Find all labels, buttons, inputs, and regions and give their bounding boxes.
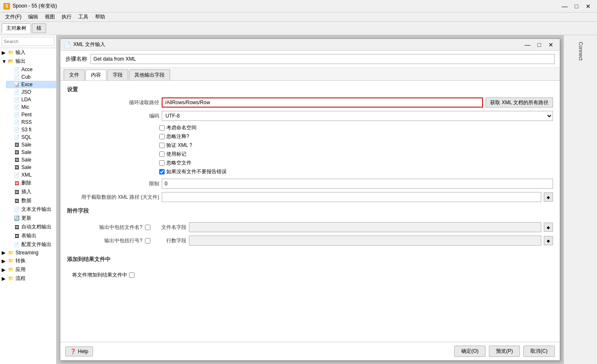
tab-file[interactable]: 文件 — [64, 69, 85, 80]
checkbox-use-token-row: 使用标记 — [159, 151, 553, 158]
checkbox-namespace[interactable] — [159, 125, 165, 131]
limit-input[interactable] — [162, 179, 553, 189]
tree-item-sql[interactable]: 📄 SQL — [6, 133, 56, 141]
tree-item-data[interactable]: 🖼 数据 — [6, 196, 56, 205]
folder-icon-streaming: 📁 — [8, 250, 14, 256]
tree-item-exce[interactable]: 📊 Exce — [6, 81, 56, 88]
sidebar: ▶ 📁 输入 ▼ 📂 输出 📄 Acce 📄 Cub 📊 Exce — [0, 35, 57, 364]
menu-help[interactable]: 帮助 — [92, 13, 109, 21]
tree-item-mic[interactable]: 📄 Mic — [6, 103, 56, 111]
tab-other-fields[interactable]: 其他输出字段 — [129, 69, 170, 80]
tab-fields[interactable]: 字段 — [107, 69, 128, 80]
tree-item-insert[interactable]: 🖼 插入 — [6, 187, 56, 196]
confirm-button[interactable]: 确定(O) — [454, 346, 486, 357]
maximize-button[interactable]: □ — [571, 2, 582, 11]
tree-item-streaming[interactable]: ▶ 📁 Streaming — [0, 249, 56, 256]
xml-path-input[interactable] — [162, 192, 541, 202]
tree-item-sale1[interactable]: 🖼 Sale — [6, 141, 56, 149]
tree-item-text-out[interactable]: 📄 文本文件输出 — [6, 205, 56, 214]
checkbox-include-rownumber[interactable] — [145, 238, 150, 244]
dialog-close-button[interactable]: ✕ — [545, 40, 556, 49]
menu-view[interactable]: 视图 — [41, 13, 58, 21]
search-input[interactable] — [2, 37, 54, 46]
tree-item-auto-doc[interactable]: 🖼 自动文档输出 — [6, 223, 56, 231]
tree-item-config-out[interactable]: 📄 配置文件输出 — [6, 240, 56, 249]
tree-item-jso[interactable]: 📄 JSO — [6, 88, 56, 96]
tree-item-apply[interactable]: ▶ 📁 应用 — [0, 265, 56, 274]
step-name-row: 步骤名称 — [60, 51, 560, 68]
tab-content[interactable]: 内容 — [85, 69, 106, 80]
get-path-button[interactable]: 获取 XML 文档的所有路径 — [486, 97, 553, 108]
tab-core[interactable]: 核 — [32, 23, 46, 33]
checkbox-validate[interactable] — [159, 143, 165, 148]
filename-field-input[interactable] — [189, 222, 541, 232]
checkbox-no-error[interactable] — [159, 169, 165, 174]
tree-item-acce[interactable]: 📄 Acce — [6, 66, 56, 73]
tree-item-flow[interactable]: ▶ 📁 流程 — [0, 274, 56, 283]
tree-item-rss[interactable]: 📄 RSS — [6, 118, 56, 126]
minimize-button[interactable]: — — [559, 2, 570, 11]
connect-button[interactable]: Connect — [577, 38, 584, 64]
step-name-input[interactable] — [90, 54, 555, 64]
checkbox-include-filename[interactable] — [145, 225, 150, 230]
tab-main-objects[interactable]: 主对象树 — [2, 23, 31, 33]
encoding-select[interactable]: UTF-8 UTF-16 ISO-8859-1 GBK — [162, 111, 553, 121]
dialog-title-bar: 📄 XML 文件输入 — □ ✕ — [60, 39, 560, 51]
tree-item-cub[interactable]: 📄 Cub — [6, 73, 56, 81]
cancel-button[interactable]: 取消(C) — [523, 346, 555, 357]
limit-row: 限制 — [67, 179, 553, 189]
tree-item-s3[interactable]: 📄 S3 fi — [6, 126, 56, 133]
tree-label-sql: SQL — [21, 134, 31, 140]
tree-label-flow: 流程 — [16, 275, 26, 282]
xml-path-diamond-button[interactable]: ◆ — [544, 192, 553, 202]
tree-item-output[interactable]: ▼ 📂 输出 — [0, 57, 56, 66]
add-to-result-label: 将文件增加到结果文件中 — [72, 272, 127, 279]
toolbar: 主对象树 核 — [0, 22, 597, 35]
tree-item-table-out[interactable]: 🖼 表输出 — [6, 231, 56, 240]
dialog-minimize-button[interactable]: — — [522, 40, 533, 49]
menu-edit[interactable]: 编辑 — [25, 13, 41, 21]
tree-item-input[interactable]: ▶ 📁 输入 — [0, 48, 56, 57]
checkbox-ignore-empty[interactable] — [159, 160, 165, 166]
file-icon-xml: 📄 — [13, 172, 20, 178]
checkbox-ignore-empty-label: 忽略空文件 — [166, 159, 191, 167]
include-filename-row: 输出中包括文件名? 文件名字段 ◆ — [67, 222, 553, 232]
file-icon-pent: 📄 — [13, 112, 20, 118]
filename-field-label: 文件名字段 — [153, 224, 186, 231]
app-title: Spoon - 55 (有变动) — [13, 3, 57, 10]
tree-item-xml[interactable]: 📄 XML — [6, 171, 56, 179]
checkbox-add-to-result[interactable] — [129, 272, 134, 278]
tree-label-delete: 删除 — [21, 179, 31, 187]
file-icon-data: 🖼 — [13, 198, 20, 204]
tree-item-update[interactable]: 🔄 更新 — [6, 214, 56, 223]
checkbox-ignore-comments-row: 忽略注释? — [159, 133, 553, 140]
tree-item-sale3[interactable]: 🖼 Sale — [6, 156, 56, 164]
filename-diamond-button[interactable]: ◆ — [544, 223, 553, 232]
rownumber-field-input[interactable] — [189, 236, 541, 246]
loop-path-input[interactable] — [162, 97, 483, 108]
help-button[interactable]: ❓ Help — [65, 346, 93, 356]
close-button[interactable]: ✕ — [583, 2, 594, 11]
main-layout: ▶ 📁 输入 ▼ 📂 输出 📄 Acce 📄 Cub 📊 Exce — [0, 35, 597, 364]
limit-label: 限制 — [67, 180, 159, 187]
tree-item-sale4[interactable]: 🖼 Sale — [6, 164, 56, 171]
refresh-icon: 🔄 — [13, 215, 20, 221]
tree-label-streaming: Streaming — [16, 250, 39, 256]
dialog-maximize-button[interactable]: □ — [534, 40, 545, 49]
tree-label-sale2: Sale — [21, 149, 31, 155]
rownumber-diamond-button[interactable]: ◆ — [544, 236, 553, 245]
checkbox-ignore-comments[interactable] — [159, 134, 165, 139]
tree-item-transform[interactable]: ▶ 📁 转换 — [0, 256, 56, 265]
tree-item-lda[interactable]: 📄 LDA — [6, 96, 56, 103]
menu-file[interactable]: 文件(F) — [2, 13, 25, 21]
tree-item-delete[interactable]: 🖼 删除 — [6, 179, 56, 187]
menu-tools[interactable]: 工具 — [75, 13, 92, 21]
preview-button[interactable]: 预览(P) — [489, 346, 520, 357]
tree-label-exce: Exce — [21, 82, 33, 87]
include-rownumber-label: 输出中包括行号? — [67, 237, 142, 244]
tree-item-pent[interactable]: 📄 Pent — [6, 111, 56, 118]
tree-item-sale2[interactable]: 🖼 Sale — [6, 149, 56, 156]
menu-execute[interactable]: 执行 — [58, 13, 75, 21]
checkbox-use-token[interactable] — [159, 151, 165, 157]
tree-label-mic: Mic — [21, 104, 29, 110]
